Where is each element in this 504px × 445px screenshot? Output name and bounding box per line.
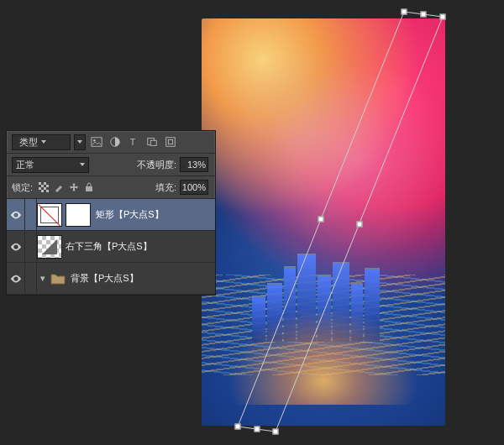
svg-rect-11 bbox=[39, 182, 49, 192]
lock-row: 锁定: 填充: bbox=[7, 176, 215, 199]
layer-list: 矩形【P大点S】 右下三角【P大点S】 ▾ 背景【P大点S】 bbox=[7, 199, 215, 295]
transform-handle[interactable] bbox=[235, 424, 241, 430]
transform-handle[interactable] bbox=[254, 427, 260, 432]
layer-row[interactable]: 矩形【P大点S】 bbox=[7, 199, 215, 231]
filter-secondary-combo[interactable] bbox=[74, 134, 86, 150]
blend-row: 正常 不透明度: bbox=[7, 154, 215, 176]
filter-adjust-icon[interactable] bbox=[108, 134, 123, 149]
filter-image-icon[interactable] bbox=[89, 134, 104, 149]
filter-type-combo[interactable]: 类型 bbox=[12, 134, 71, 150]
svg-rect-10 bbox=[168, 139, 172, 144]
fill-input[interactable] bbox=[180, 180, 210, 195]
layer-row[interactable]: 右下三角【P大点S】 bbox=[7, 231, 215, 263]
chevron-down-icon bbox=[41, 140, 46, 144]
layer-mask-thumb[interactable] bbox=[66, 203, 91, 227]
filter-smart-icon[interactable] bbox=[163, 134, 178, 149]
transform-handle[interactable] bbox=[421, 12, 427, 18]
svg-point-4 bbox=[93, 139, 96, 142]
lock-pixels-icon[interactable] bbox=[53, 181, 65, 193]
lock-all-icon[interactable] bbox=[83, 181, 95, 193]
opacity-input[interactable] bbox=[180, 157, 210, 172]
layer-name[interactable]: 背景【P大点S】 bbox=[71, 272, 139, 285]
visibility-toggle[interactable] bbox=[7, 263, 25, 294]
fill-field[interactable] bbox=[180, 180, 208, 195]
filter-type-label: 类型 bbox=[19, 136, 38, 149]
filter-shape-icon[interactable] bbox=[144, 134, 160, 149]
fill-label: 填充: bbox=[155, 181, 176, 194]
layer-row[interactable]: ▾ 背景【P大点S】 bbox=[7, 263, 215, 295]
svg-rect-14 bbox=[86, 186, 92, 191]
svg-text:T: T bbox=[130, 137, 136, 147]
layer-name[interactable]: 右下三角【P大点S】 bbox=[66, 240, 152, 253]
link-col bbox=[25, 231, 37, 262]
transform-handle[interactable] bbox=[273, 429, 279, 435]
folder-icon bbox=[49, 270, 67, 287]
visibility-toggle[interactable] bbox=[7, 199, 25, 230]
opacity-label: 不透明度: bbox=[137, 159, 176, 171]
svg-rect-9 bbox=[166, 138, 176, 147]
layer-thumb[interactable] bbox=[37, 203, 62, 227]
layer-name[interactable]: 矩形【P大点S】 bbox=[96, 208, 164, 221]
link-col bbox=[25, 263, 37, 294]
layers-panel: 类型 T 正常 不透明度: 锁定: 填充: bbox=[6, 130, 216, 296]
visibility-toggle[interactable] bbox=[7, 231, 25, 262]
svg-rect-8 bbox=[150, 140, 156, 145]
svg-rect-3 bbox=[92, 138, 102, 147]
chevron-down-icon bbox=[77, 140, 82, 144]
chevron-down-icon bbox=[80, 163, 85, 166]
lock-label: 锁定: bbox=[12, 181, 33, 194]
transform-handle[interactable] bbox=[402, 9, 407, 15]
blend-mode-combo[interactable]: 正常 bbox=[12, 157, 89, 173]
transform-handle[interactable] bbox=[356, 222, 362, 228]
filter-row: 类型 T bbox=[7, 131, 215, 154]
group-chevron-icon[interactable]: ▾ bbox=[37, 273, 49, 284]
lock-transparent-icon[interactable] bbox=[38, 181, 50, 193]
blend-mode-label: 正常 bbox=[16, 159, 34, 171]
lock-position-icon[interactable] bbox=[68, 181, 80, 193]
layer-thumb[interactable] bbox=[37, 235, 62, 259]
city-skyline bbox=[202, 249, 445, 342]
link-col bbox=[25, 199, 37, 230]
transform-handle[interactable] bbox=[440, 14, 446, 20]
transform-handle[interactable] bbox=[318, 217, 324, 222]
light-streak bbox=[202, 275, 445, 375]
city-glow bbox=[202, 287, 445, 405]
canvas-artwork[interactable] bbox=[202, 18, 445, 426]
filter-type-icon[interactable]: T bbox=[126, 134, 141, 149]
opacity-field[interactable] bbox=[180, 157, 208, 172]
